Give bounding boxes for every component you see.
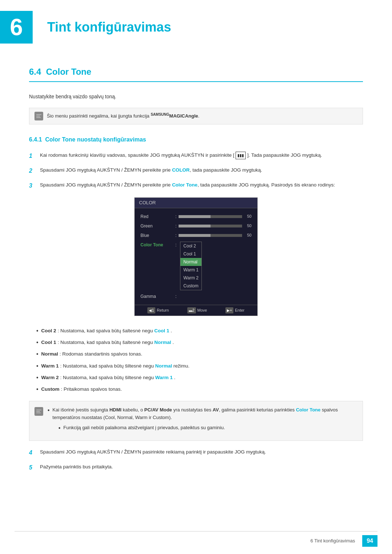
tone-dropdown: Cool 2 Cool 1 Normal Warm 1 Warm 2 Custo… [180,242,202,290]
step-num-4: 4 [29,448,36,457]
chapter-header: 6 Tint konfigūravimas [0,0,392,51]
note-section-2: • Kai išorinė įvestis sujungta HDMI kabe… [29,401,363,441]
cool1-label: Cool 1 [41,340,56,345]
bullet-warm1: • Warm 1 : Nustatoma, kad spalva būtų ši… [36,362,363,370]
note-text: Šio meniu pasirinkti negalima, kai įjung… [47,112,199,120]
red-label: Red [140,213,173,220]
blue-value: 50 [244,232,252,238]
intro-text: Nustatykite bendrą vaizdo spalvų toną. [29,93,363,100]
bullet-warm2: • Warm 2 : Nustatoma, kad spalva būtų ši… [36,374,363,382]
svg-rect-1 [36,114,41,115]
section-title: 6.4 Color Tone [29,65,363,82]
warm1-label: Warm 1 [41,363,59,369]
footer-move: ▬2 Move [187,307,207,313]
blue-bar-container: 50 [179,232,252,238]
screen-row-blue: Blue : 50 [135,231,257,240]
svg-rect-3 [36,117,41,118]
subsection-title: 6.4.1 Color Tone nuostatų konfigūravimas [29,135,363,144]
note-box: Šio meniu pasirinkti negalima, kai įjung… [29,108,363,124]
bullet-cool2: • Cool 2 : Nustatoma, kad spalva būtų ša… [36,327,363,335]
return-label: Return [157,307,169,313]
step-5: 5 Pažymėta parinktis bus pritaikyta. [29,463,363,472]
chapter-title: Tint konfigūravimas [40,17,171,37]
samsung-text: SAMSUNG [151,112,169,116]
step-text-4: Spausdami JOG mygtuką AUKŠTYN / ŽEMYN pa… [40,448,266,456]
blue-bar [179,234,242,237]
magic-text: MAGIC [169,113,185,119]
blue-label: Blue [140,232,173,239]
numbered-steps: 1 Kai rodomas funkciniụ klavišụ vadovas,… [29,151,363,190]
note-icon [34,112,43,120]
colortone-label: Color Tone [140,242,173,248]
dropdown-cool1: Cool 1 [180,250,201,258]
green-fill [179,225,210,227]
gamma-label: Gamma [140,293,173,300]
angle-text: Angle [185,113,198,119]
screen-row-colortone: Color Tone : Cool 2 Cool 1 Normal Warm 1… [135,240,257,292]
step-text-1: Kai rodomas funkciniụ klavišụ vadovas, s… [40,151,322,159]
footer-return: ◀1 Return [147,307,169,313]
green-bar-container: 50 [179,223,252,229]
blue-fill [179,234,210,237]
footer-enter: ▶+ Enter [225,307,244,313]
bullet-list: • Cool 2 : Nustatoma, kad spalva būtų ša… [36,327,363,394]
bullet-custom: • Custom : Pritaikomas spalvos tonas. [36,385,363,393]
step-2: 2 Spausdami JOG mygtuką AUKŠTYN / ŽEMYN … [29,166,363,175]
enter-key: ▶+ [225,307,233,313]
step-num-5: 5 [29,463,36,472]
svg-rect-7 [36,413,41,413]
chapter-number-block: 6 [0,11,33,44]
note-section-content: • Kai išorinė įvestis sujungta HDMI kabe… [48,406,358,435]
dropdown-warm1: Warm 1 [180,266,201,274]
step-text-5: Pažymėta parinktis bus pritaikyta. [40,463,113,471]
bullet-cool1: • Cool 1 : Nustatoma, kad spalva būtų ša… [36,338,363,346]
page-footer: 6 Tint konfigūravimas 94 [15,531,377,547]
dropdown-normal: Normal [180,258,201,266]
screen-title: COLOR [135,198,257,208]
enter-label: Enter [235,307,244,313]
main-content: 6.4 Color Tone Nustatykite bendrą vaizdo… [0,65,392,508]
step-1: 1 Kai rodomas funkciniụ klavišụ vadovas,… [29,151,363,160]
green-value: 50 [244,223,252,229]
screen-row-gamma: Gamma : [135,292,257,301]
svg-rect-2 [36,116,40,116]
red-fill [179,215,210,218]
step-num-2: 2 [29,166,36,175]
note2-bullet2: • Funkciją gali nebūti palaikoma atsižve… [58,424,358,432]
menu-icon: ▮▮▮ [236,152,246,160]
red-bar [179,215,242,218]
footer-chapter-label: 6 Tint konfigūravimas [310,537,355,545]
chapter-number: 6 [10,16,23,39]
red-value: 50 [244,213,252,219]
screen-simulation: COLOR Red : 50 [29,197,363,316]
green-label: Green [140,223,173,229]
move-label: Move [197,307,207,313]
screen-footer: ◀1 Return ▬2 Move ▶+ Enter [135,305,257,316]
move-key: ▬2 [187,307,196,313]
svg-rect-6 [36,411,40,412]
step-num-1: 1 [29,151,36,160]
svg-rect-5 [36,410,41,410]
step-4: 4 Spausdami JOG mygtuką AUKŠTYN / ŽEMYN … [29,448,363,457]
red-bar-container: 50 [179,213,252,219]
screen-body: Red : 50 Green : [135,208,257,305]
bullet-normal: • Normal : Rodomas standartinis spalvos … [36,350,363,358]
numbered-steps-cont: 4 Spausdami JOG mygtuką AUKŠTYN / ŽEMYN … [29,448,363,472]
note2-bullet1: • Kai išorinė įvestis sujungta HDMI kabe… [48,406,358,422]
step-num-3: 3 [29,181,36,190]
dropdown-warm2: Warm 2 [180,274,201,282]
return-key: ◀1 [147,307,155,313]
dropdown-cool2: Cool 2 [180,242,201,250]
page: 6 Tint konfigūravimas 6.4 Color Tone Nus… [0,0,392,554]
step-text-2: Spausdami JOG mygtuką AUKŠTYN / ŽEMYN pe… [40,166,262,174]
normal-label: Normal [41,351,58,357]
screen-row-red: Red : 50 [135,212,257,221]
dropdown-custom: Custom [180,282,201,290]
note-icon-2 [34,407,43,416]
step-3: 3 Spausdami JOG mygtuką AUKŠTYN / ŽEMYN … [29,181,363,190]
color-menu-screen: COLOR Red : 50 [134,197,258,316]
step-text-3: Spausdami JOG mygtuką AUKŠTYN / ŽEMYN pe… [40,181,335,189]
screen-row-green: Green : 50 [135,221,257,231]
custom-label: Custom [41,386,60,392]
warm2-label: Warm 2 [41,375,59,380]
